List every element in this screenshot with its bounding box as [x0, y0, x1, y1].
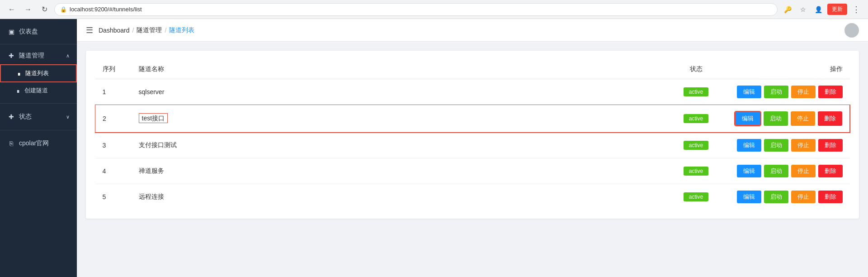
back-button[interactable]: ←	[5, 3, 18, 16]
tunnel-table: 序列 隧道名称 状态 操作 1sqlserveractive编辑启动停止删除2t…	[95, 60, 850, 210]
cell-index: 1	[95, 79, 132, 105]
stop-button[interactable]: 停止	[791, 86, 816, 98]
table-row: 4禅道服务active编辑启动停止删除	[95, 158, 850, 184]
dashboard-icon: ▣	[7, 28, 15, 35]
sidebar: ▣ 仪表盘 ✚ 隧道管理 ∧ ∎ 隧道列表 ∎ 创建隧道 ✚	[0, 19, 77, 277]
action-buttons: 编辑启动停止删除	[731, 191, 843, 203]
th-index: 序列	[95, 60, 132, 79]
sidebar-item-create-tunnel[interactable]: ∎ 创建隧道	[0, 82, 77, 99]
table-row: 1sqlserveractive编辑启动停止删除	[95, 79, 850, 105]
sidebar-item-tunnel-management[interactable]: ✚ 隧道管理 ∧	[0, 47, 77, 64]
cell-name: 支付接口测试	[132, 133, 669, 158]
create-tunnel-icon: ∎	[16, 87, 20, 94]
browser-chrome: ← → ↻ 🔒 localhost:9200/#/tunnels/list 🔑 …	[0, 0, 868, 19]
cell-status: active	[669, 79, 723, 105]
url-text: localhost:9200/#/tunnels/list	[70, 6, 142, 13]
start-button[interactable]: 启动	[764, 86, 788, 98]
cpolar-icon: ⎘	[7, 140, 15, 147]
delete-button[interactable]: 删除	[818, 111, 842, 126]
th-name: 隧道名称	[132, 60, 669, 79]
start-button[interactable]: 启动	[764, 111, 788, 126]
browser-right-icons: 🔑 ☆ 👤 更新 ⋮	[781, 3, 863, 16]
status-badge: active	[684, 87, 708, 96]
stop-button[interactable]: 停止	[791, 191, 816, 203]
cell-status: active	[669, 158, 723, 184]
lock-icon: 🔒	[60, 6, 67, 13]
delete-button[interactable]: 删除	[818, 86, 843, 98]
breadcrumb-tunnel-mgmt[interactable]: 隧道管理	[137, 26, 162, 34]
stop-button[interactable]: 停止	[791, 165, 816, 177]
edit-button[interactable]: 编辑	[737, 165, 761, 177]
sidebar-tunnel-label: 隧道管理	[19, 52, 62, 60]
cell-name: sqlserver	[132, 79, 669, 105]
cell-status: active	[669, 184, 723, 210]
delete-button[interactable]: 删除	[818, 165, 843, 177]
delete-button[interactable]: 删除	[818, 191, 843, 203]
sidebar-tunnel-section: ✚ 隧道管理 ∧ ∎ 隧道列表 ∎ 创建隧道	[0, 44, 77, 101]
address-bar[interactable]: 🔒 localhost:9200/#/tunnels/list	[54, 3, 778, 16]
sidebar-dashboard-label: 仪表盘	[19, 28, 70, 36]
tunnel-list-icon: ∎	[17, 70, 21, 77]
cell-name: 禅道服务	[132, 158, 669, 184]
start-button[interactable]: 启动	[764, 191, 788, 203]
sidebar-cpolar-label: cpolar官网	[19, 139, 70, 148]
menu-toggle-icon[interactable]: ☰	[86, 25, 93, 35]
table-body: 1sqlserveractive编辑启动停止删除2test接口active编辑启…	[95, 79, 850, 210]
status-badge: active	[684, 167, 708, 176]
edit-button[interactable]: 编辑	[737, 139, 761, 152]
action-buttons: 编辑启动停止删除	[731, 111, 843, 126]
breadcrumb-dashboard[interactable]: Dashboard	[99, 27, 130, 34]
status-arrow: ∨	[66, 114, 70, 120]
profile-icon[interactable]: 👤	[812, 3, 825, 16]
th-actions: 操作	[723, 60, 850, 79]
status-badge: active	[684, 141, 708, 150]
edit-button[interactable]: 编辑	[737, 86, 761, 98]
table-row: 2test接口active编辑启动停止删除	[95, 105, 850, 133]
stop-button[interactable]: 停止	[791, 111, 815, 126]
edit-button[interactable]: 编辑	[735, 111, 761, 126]
cell-actions: 编辑启动停止删除	[723, 133, 850, 158]
action-buttons: 编辑启动停止删除	[731, 165, 843, 177]
sidebar-cpolar-section: ⎘ cpolar官网	[0, 132, 77, 155]
sidebar-status-label: 状态	[19, 113, 62, 121]
bookmark-icon[interactable]: ☆	[797, 3, 809, 16]
breadcrumb-sep-1: /	[132, 27, 134, 34]
tunnel-mgmt-icon: ✚	[7, 52, 15, 59]
sidebar-create-tunnel-label: 创建隧道	[24, 86, 48, 95]
reload-button[interactable]: ↻	[38, 3, 51, 16]
breadcrumb-sep-2: /	[165, 27, 166, 34]
cell-index: 4	[95, 158, 132, 184]
delete-button[interactable]: 删除	[818, 139, 843, 152]
header-right	[844, 23, 859, 38]
user-avatar[interactable]	[844, 23, 859, 38]
content-area: 序列 隧道名称 状态 操作 1sqlserveractive编辑启动停止删除2t…	[77, 42, 868, 277]
tunnel-mgmt-arrow: ∧	[66, 53, 70, 59]
page-header: ☰ Dashboard / 隧道管理 / 隧道列表	[77, 19, 868, 42]
status-badge: active	[684, 192, 708, 201]
table-card: 序列 隧道名称 状态 操作 1sqlserveractive编辑启动停止删除2t…	[86, 51, 859, 219]
table-row: 5远程连接active编辑启动停止删除	[95, 184, 850, 210]
update-button[interactable]: 更新	[827, 4, 847, 15]
cell-actions: 编辑启动停止删除	[723, 79, 850, 105]
sidebar-item-tunnel-list[interactable]: ∎ 隧道列表	[0, 64, 77, 82]
cell-name: 远程连接	[132, 184, 669, 210]
cell-actions: 编辑启动停止删除	[723, 105, 850, 133]
password-icon[interactable]: 🔑	[781, 3, 794, 16]
action-buttons: 编辑启动停止删除	[731, 139, 843, 152]
th-status: 状态	[669, 60, 723, 79]
table-row: 3支付接口测试active编辑启动停止删除	[95, 133, 850, 158]
sidebar-item-cpolar[interactable]: ⎘ cpolar官网	[0, 135, 77, 152]
sidebar-tunnel-list-label: 隧道列表	[25, 69, 49, 77]
cell-name: test接口	[132, 105, 669, 133]
edit-button[interactable]: 编辑	[737, 191, 761, 203]
status-badge: active	[684, 114, 708, 123]
sidebar-item-status[interactable]: ✚ 状态 ∨	[0, 108, 77, 125]
forward-button[interactable]: →	[22, 3, 34, 16]
cell-index: 2	[95, 105, 132, 133]
start-button[interactable]: 启动	[764, 139, 788, 152]
stop-button[interactable]: 停止	[791, 139, 816, 152]
cell-status: active	[669, 105, 723, 133]
browser-menu-button[interactable]: ⋮	[850, 3, 863, 16]
start-button[interactable]: 启动	[764, 165, 788, 177]
sidebar-item-dashboard[interactable]: ▣ 仪表盘	[0, 19, 77, 44]
